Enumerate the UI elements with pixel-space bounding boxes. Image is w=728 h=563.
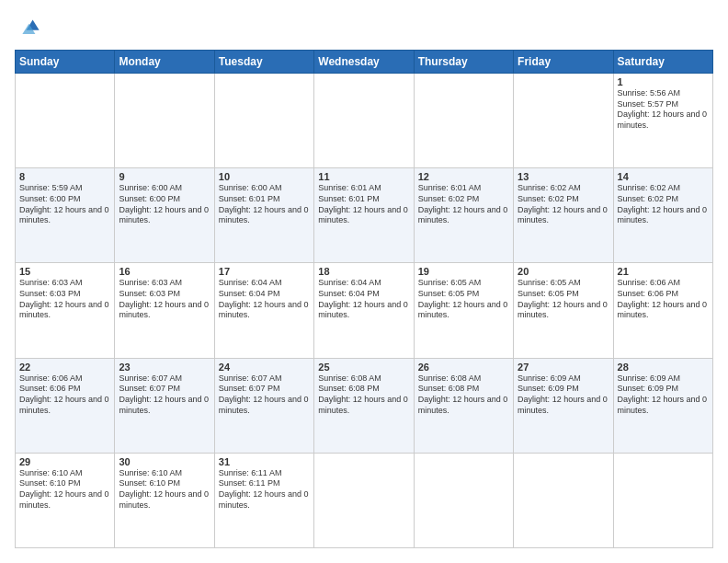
day-number: 8 [19, 171, 110, 182]
day-cell-26: 26Sunrise: 6:08 AMSunset: 6:08 PMDayligh… [414, 358, 513, 453]
day-number: 21 [618, 266, 709, 277]
day-cell-28: 28Sunrise: 6:09 AMSunset: 6:09 PMDayligh… [613, 358, 712, 453]
week-row-3: 15Sunrise: 6:03 AMSunset: 6:03 PMDayligh… [16, 263, 713, 358]
logo-icon [15, 15, 40, 40]
day-cell-12: 12Sunrise: 6:01 AMSunset: 6:02 PMDayligh… [414, 168, 513, 263]
day-cell-18: 18Sunrise: 6:04 AMSunset: 6:04 PMDayligh… [314, 263, 414, 358]
day-info: Sunrise: 6:07 AMSunset: 6:07 PMDaylight:… [219, 373, 310, 417]
calendar-body: 1Sunrise: 5:56 AMSunset: 5:57 PMDaylight… [16, 74, 713, 548]
day-number: 23 [119, 362, 210, 373]
empty-cell [414, 74, 513, 168]
day-info: Sunrise: 6:05 AMSunset: 6:05 PMDaylight:… [418, 278, 509, 321]
day-info: Sunrise: 6:00 AMSunset: 6:00 PMDaylight:… [119, 183, 210, 226]
empty-cell [613, 453, 712, 547]
day-info: Sunrise: 6:10 AMSunset: 6:10 PMDaylight:… [119, 468, 210, 511]
day-number: 28 [618, 362, 709, 373]
day-info: Sunrise: 6:02 AMSunset: 6:02 PMDaylight:… [518, 183, 609, 226]
day-info: Sunrise: 5:56 AMSunset: 5:57 PMDaylight:… [618, 88, 709, 132]
day-header-thursday: Thursday [414, 51, 513, 74]
day-number: 14 [618, 171, 709, 182]
day-info: Sunrise: 6:02 AMSunset: 6:02 PMDaylight:… [618, 183, 709, 226]
day-header-monday: Monday [115, 51, 214, 74]
header [15, 15, 713, 40]
day-header-friday: Friday [514, 51, 613, 74]
day-header-tuesday: Tuesday [214, 51, 313, 74]
day-cell-24: 24Sunrise: 6:07 AMSunset: 6:07 PMDayligh… [214, 358, 313, 453]
day-info: Sunrise: 6:08 AMSunset: 6:08 PMDaylight:… [418, 373, 509, 417]
day-info: Sunrise: 6:04 AMSunset: 6:04 PMDaylight:… [318, 278, 409, 321]
day-info: Sunrise: 6:01 AMSunset: 6:01 PMDaylight:… [318, 183, 409, 226]
day-header-saturday: Saturday [613, 51, 712, 74]
day-cell-20: 20Sunrise: 6:05 AMSunset: 6:05 PMDayligh… [514, 263, 613, 358]
day-cell-1: 1Sunrise: 5:56 AMSunset: 5:57 PMDaylight… [613, 74, 712, 168]
day-cell-10: 10Sunrise: 6:00 AMSunset: 6:01 PMDayligh… [214, 168, 313, 263]
day-cell-31: 31Sunrise: 6:11 AMSunset: 6:11 PMDayligh… [214, 453, 313, 547]
day-number: 24 [219, 362, 310, 373]
day-info: Sunrise: 6:11 AMSunset: 6:11 PMDaylight:… [219, 468, 310, 511]
day-number: 18 [318, 266, 409, 277]
day-info: Sunrise: 6:00 AMSunset: 6:01 PMDaylight:… [219, 183, 310, 226]
day-info: Sunrise: 6:06 AMSunset: 6:06 PMDaylight:… [19, 373, 110, 417]
day-info: Sunrise: 6:05 AMSunset: 6:05 PMDaylight:… [518, 278, 609, 321]
day-info: Sunrise: 6:10 AMSunset: 6:10 PMDaylight:… [19, 468, 110, 511]
day-cell-27: 27Sunrise: 6:09 AMSunset: 6:09 PMDayligh… [514, 358, 613, 453]
week-row-5: 29Sunrise: 6:10 AMSunset: 6:10 PMDayligh… [16, 453, 713, 547]
day-number: 1 [618, 76, 709, 87]
day-info: Sunrise: 6:08 AMSunset: 6:08 PMDaylight:… [318, 373, 409, 417]
day-info: Sunrise: 5:59 AMSunset: 6:00 PMDaylight:… [19, 183, 110, 226]
day-number: 29 [19, 456, 110, 467]
day-cell-15: 15Sunrise: 6:03 AMSunset: 6:03 PMDayligh… [16, 263, 115, 358]
day-number: 12 [418, 171, 509, 182]
day-number: 16 [119, 266, 210, 277]
day-number: 25 [318, 362, 409, 373]
empty-cell [115, 74, 214, 168]
page: SundayMondayTuesdayWednesdayThursdayFrid… [0, 0, 728, 563]
week-row-4: 22Sunrise: 6:06 AMSunset: 6:06 PMDayligh… [16, 358, 713, 453]
day-info: Sunrise: 6:04 AMSunset: 6:04 PMDaylight:… [219, 278, 310, 321]
day-info: Sunrise: 6:07 AMSunset: 6:07 PMDaylight:… [119, 373, 210, 417]
empty-cell [16, 74, 115, 168]
calendar-table: SundayMondayTuesdayWednesdayThursdayFrid… [15, 50, 713, 548]
day-cell-22: 22Sunrise: 6:06 AMSunset: 6:06 PMDayligh… [16, 358, 115, 453]
day-number: 10 [219, 171, 310, 182]
day-info: Sunrise: 6:09 AMSunset: 6:09 PMDaylight:… [518, 373, 609, 417]
day-number: 26 [418, 362, 509, 373]
day-number: 31 [219, 456, 310, 467]
day-info: Sunrise: 6:03 AMSunset: 6:03 PMDaylight:… [119, 278, 210, 321]
day-number: 30 [119, 456, 210, 467]
empty-cell [314, 453, 414, 547]
day-number: 15 [19, 266, 110, 277]
day-header-wednesday: Wednesday [314, 51, 414, 74]
day-cell-11: 11Sunrise: 6:01 AMSunset: 6:01 PMDayligh… [314, 168, 414, 263]
day-number: 13 [518, 171, 609, 182]
day-number: 22 [19, 362, 110, 373]
day-cell-23: 23Sunrise: 6:07 AMSunset: 6:07 PMDayligh… [115, 358, 214, 453]
day-cell-17: 17Sunrise: 6:04 AMSunset: 6:04 PMDayligh… [214, 263, 313, 358]
day-cell-13: 13Sunrise: 6:02 AMSunset: 6:02 PMDayligh… [514, 168, 613, 263]
day-cell-8: 8Sunrise: 5:59 AMSunset: 6:00 PMDaylight… [16, 168, 115, 263]
calendar-header-row: SundayMondayTuesdayWednesdayThursdayFrid… [16, 51, 713, 74]
day-number: 19 [418, 266, 509, 277]
day-info: Sunrise: 6:06 AMSunset: 6:06 PMDaylight:… [618, 278, 709, 321]
empty-cell [514, 74, 613, 168]
week-row-2: 8Sunrise: 5:59 AMSunset: 6:00 PMDaylight… [16, 168, 713, 263]
day-info: Sunrise: 6:03 AMSunset: 6:03 PMDaylight:… [19, 278, 110, 321]
day-cell-19: 19Sunrise: 6:05 AMSunset: 6:05 PMDayligh… [414, 263, 513, 358]
empty-cell [314, 74, 414, 168]
day-cell-30: 30Sunrise: 6:10 AMSunset: 6:10 PMDayligh… [115, 453, 214, 547]
day-info: Sunrise: 6:09 AMSunset: 6:09 PMDaylight:… [618, 373, 709, 417]
day-cell-21: 21Sunrise: 6:06 AMSunset: 6:06 PMDayligh… [613, 263, 712, 358]
empty-cell [214, 74, 313, 168]
day-number: 20 [518, 266, 609, 277]
day-cell-14: 14Sunrise: 6:02 AMSunset: 6:02 PMDayligh… [613, 168, 712, 263]
day-header-sunday: Sunday [16, 51, 115, 74]
day-info: Sunrise: 6:01 AMSunset: 6:02 PMDaylight:… [418, 183, 509, 226]
day-cell-25: 25Sunrise: 6:08 AMSunset: 6:08 PMDayligh… [314, 358, 414, 453]
day-cell-29: 29Sunrise: 6:10 AMSunset: 6:10 PMDayligh… [16, 453, 115, 547]
day-number: 17 [219, 266, 310, 277]
day-number: 11 [318, 171, 409, 182]
empty-cell [514, 453, 613, 547]
logo [15, 15, 44, 40]
day-cell-16: 16Sunrise: 6:03 AMSunset: 6:03 PMDayligh… [115, 263, 214, 358]
day-cell-9: 9Sunrise: 6:00 AMSunset: 6:00 PMDaylight… [115, 168, 214, 263]
